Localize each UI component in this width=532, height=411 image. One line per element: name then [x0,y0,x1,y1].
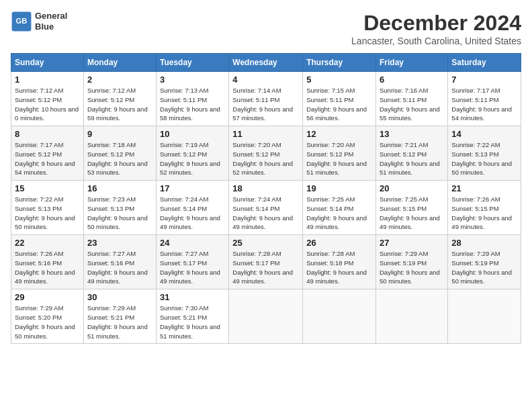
month-title: December 2024 [351,11,521,36]
day-info: Sunrise: 7:24 AMSunset: 5:14 PMDaylight:… [232,195,293,230]
col-header-sunday: Sunday [11,54,84,72]
col-header-thursday: Thursday [303,54,376,72]
day-info: Sunrise: 7:29 AMSunset: 5:21 PMDaylight:… [87,304,148,339]
calendar-cell: 8 Sunrise: 7:17 AMSunset: 5:12 PMDayligh… [11,126,84,181]
calendar-cell: 29 Sunrise: 7:29 AMSunset: 5:20 PMDaylig… [11,289,84,344]
calendar-cell: 20 Sunrise: 7:25 AMSunset: 5:15 PMDaylig… [376,181,448,235]
calendar-cell: 26 Sunrise: 7:28 AMSunset: 5:18 PMDaylig… [303,235,376,289]
calendar-cell: 21 Sunrise: 7:26 AMSunset: 5:15 PMDaylig… [448,181,521,235]
day-number: 17 [160,183,225,193]
day-info: Sunrise: 7:22 AMSunset: 5:13 PMDaylight:… [15,195,75,230]
day-info: Sunrise: 7:30 AMSunset: 5:21 PMDaylight:… [160,304,220,339]
day-number: 26 [306,238,372,248]
day-number: 3 [160,75,225,85]
day-number: 6 [380,75,444,85]
col-header-tuesday: Tuesday [156,54,228,72]
day-number: 28 [451,238,517,248]
calendar-cell: 17 Sunrise: 7:24 AMSunset: 5:14 PMDaylig… [156,181,228,235]
day-number: 11 [232,129,299,139]
day-info: Sunrise: 7:17 AMSunset: 5:11 PMDaylight:… [451,87,512,122]
calendar-cell: 2 Sunrise: 7:12 AMSunset: 5:12 PMDayligh… [83,72,156,126]
day-number: 27 [380,238,444,248]
svg-text:GB: GB [16,17,28,25]
calendar-cell: 3 Sunrise: 7:13 AMSunset: 5:11 PMDayligh… [156,72,228,126]
calendar-cell: 13 Sunrise: 7:21 AMSunset: 5:12 PMDaylig… [376,126,448,181]
day-number: 8 [15,129,80,139]
day-number: 4 [232,75,299,85]
calendar-cell [303,289,376,344]
day-info: Sunrise: 7:20 AMSunset: 5:12 PMDaylight:… [232,141,293,176]
day-info: Sunrise: 7:25 AMSunset: 5:14 PMDaylight:… [306,195,367,230]
day-info: Sunrise: 7:27 AMSunset: 5:17 PMDaylight:… [160,250,220,285]
day-info: Sunrise: 7:21 AMSunset: 5:12 PMDaylight:… [380,141,440,176]
calendar-cell: 7 Sunrise: 7:17 AMSunset: 5:11 PMDayligh… [448,72,521,126]
logo-icon: GB [11,11,32,32]
col-header-friday: Friday [376,54,448,72]
calendar-cell: 24 Sunrise: 7:27 AMSunset: 5:17 PMDaylig… [156,235,228,289]
day-info: Sunrise: 7:17 AMSunset: 5:12 PMDaylight:… [15,141,75,176]
day-number: 16 [87,183,152,193]
day-number: 22 [15,238,80,248]
day-number: 23 [87,238,152,248]
day-number: 21 [451,183,517,193]
calendar-cell: 25 Sunrise: 7:28 AMSunset: 5:17 PMDaylig… [229,235,303,289]
calendar-cell [448,289,521,344]
calendar-cell: 22 Sunrise: 7:26 AMSunset: 5:16 PMDaylig… [11,235,84,289]
calendar-cell: 10 Sunrise: 7:19 AMSunset: 5:12 PMDaylig… [156,126,228,181]
calendar-cell: 4 Sunrise: 7:14 AMSunset: 5:11 PMDayligh… [229,72,303,126]
week-row: 8 Sunrise: 7:17 AMSunset: 5:12 PMDayligh… [11,126,521,181]
page-header: GB General Blue December 2024 Lancaster,… [11,11,521,46]
calendar-cell: 31 Sunrise: 7:30 AMSunset: 5:21 PMDaylig… [156,289,228,344]
calendar-cell: 1 Sunrise: 7:12 AMSunset: 5:12 PMDayligh… [11,72,84,126]
day-number: 12 [306,129,372,139]
calendar-cell: 28 Sunrise: 7:29 AMSunset: 5:19 PMDaylig… [448,235,521,289]
calendar-cell: 9 Sunrise: 7:18 AMSunset: 5:12 PMDayligh… [83,126,156,181]
calendar-cell: 15 Sunrise: 7:22 AMSunset: 5:13 PMDaylig… [11,181,84,235]
calendar-cell: 27 Sunrise: 7:29 AMSunset: 5:19 PMDaylig… [376,235,448,289]
day-info: Sunrise: 7:29 AMSunset: 5:19 PMDaylight:… [380,250,440,285]
logo: GB General Blue [11,11,67,32]
week-row: 1 Sunrise: 7:12 AMSunset: 5:12 PMDayligh… [11,72,521,126]
day-info: Sunrise: 7:18 AMSunset: 5:12 PMDaylight:… [87,141,148,176]
day-info: Sunrise: 7:12 AMSunset: 5:12 PMDaylight:… [87,87,148,122]
day-info: Sunrise: 7:14 AMSunset: 5:11 PMDaylight:… [232,87,293,122]
calendar-cell [229,289,303,344]
logo-text: General Blue [35,11,67,32]
day-info: Sunrise: 7:16 AMSunset: 5:11 PMDaylight:… [380,87,440,122]
calendar-cell: 19 Sunrise: 7:25 AMSunset: 5:14 PMDaylig… [303,181,376,235]
day-number: 20 [380,183,444,193]
title-block: December 2024 Lancaster, South Carolina,… [351,11,521,46]
day-info: Sunrise: 7:27 AMSunset: 5:16 PMDaylight:… [87,250,148,285]
day-info: Sunrise: 7:29 AMSunset: 5:19 PMDaylight:… [451,250,512,285]
day-info: Sunrise: 7:28 AMSunset: 5:17 PMDaylight:… [232,250,293,285]
day-number: 13 [380,129,444,139]
calendar-cell: 18 Sunrise: 7:24 AMSunset: 5:14 PMDaylig… [229,181,303,235]
day-info: Sunrise: 7:12 AMSunset: 5:12 PMDaylight:… [15,87,79,122]
day-number: 2 [87,75,152,85]
day-number: 19 [306,183,372,193]
day-number: 7 [451,75,517,85]
day-info: Sunrise: 7:26 AMSunset: 5:15 PMDaylight:… [451,195,512,230]
day-number: 24 [160,238,225,248]
day-number: 1 [15,75,80,85]
col-header-monday: Monday [83,54,156,72]
day-number: 30 [87,292,152,302]
calendar-cell: 5 Sunrise: 7:15 AMSunset: 5:11 PMDayligh… [303,72,376,126]
calendar-cell [376,289,448,344]
week-row: 15 Sunrise: 7:22 AMSunset: 5:13 PMDaylig… [11,181,521,235]
col-header-wednesday: Wednesday [229,54,303,72]
calendar-cell: 12 Sunrise: 7:20 AMSunset: 5:12 PMDaylig… [303,126,376,181]
day-number: 31 [160,292,225,302]
day-info: Sunrise: 7:29 AMSunset: 5:20 PMDaylight:… [15,304,75,339]
day-number: 5 [306,75,372,85]
calendar-cell: 14 Sunrise: 7:22 AMSunset: 5:13 PMDaylig… [448,126,521,181]
day-info: Sunrise: 7:26 AMSunset: 5:16 PMDaylight:… [15,250,75,285]
col-header-saturday: Saturday [448,54,521,72]
day-info: Sunrise: 7:20 AMSunset: 5:12 PMDaylight:… [306,141,367,176]
calendar-cell: 11 Sunrise: 7:20 AMSunset: 5:12 PMDaylig… [229,126,303,181]
day-number: 10 [160,129,225,139]
day-number: 9 [87,129,152,139]
location-subtitle: Lancaster, South Carolina, United States [351,36,521,46]
day-info: Sunrise: 7:15 AMSunset: 5:11 PMDaylight:… [306,87,367,122]
day-info: Sunrise: 7:13 AMSunset: 5:11 PMDaylight:… [160,87,220,122]
